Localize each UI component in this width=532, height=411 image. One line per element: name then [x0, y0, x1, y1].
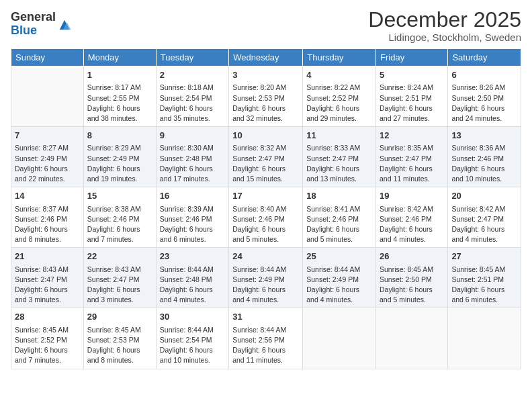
header: General Blue December 2025 Lidingoe, Sto…: [11, 8, 521, 43]
table-row: 20Sunrise: 8:42 AM Sunset: 2:47 PM Dayli…: [448, 187, 521, 248]
day-number: 12: [380, 130, 444, 142]
week-row-3: 14Sunrise: 8:37 AM Sunset: 2:46 PM Dayli…: [11, 187, 521, 248]
day-info: Sunrise: 8:32 AM Sunset: 2:47 PM Dayligh…: [232, 143, 299, 184]
day-info: Sunrise: 8:43 AM Sunset: 2:47 PM Dayligh…: [87, 265, 152, 306]
day-number: 11: [306, 130, 372, 142]
table-row: 26Sunrise: 8:45 AM Sunset: 2:50 PM Dayli…: [376, 248, 448, 308]
table-row: 15Sunrise: 8:38 AM Sunset: 2:46 PM Dayli…: [83, 187, 156, 248]
table-row: [11, 66, 84, 127]
day-info: Sunrise: 8:30 AM Sunset: 2:48 PM Dayligh…: [160, 143, 225, 184]
header-sunday: Sunday: [11, 49, 84, 66]
table-row: 14Sunrise: 8:37 AM Sunset: 2:46 PM Dayli…: [11, 187, 84, 248]
day-number: 19: [380, 190, 444, 202]
day-number: 16: [160, 190, 225, 202]
table-row: 19Sunrise: 8:42 AM Sunset: 2:46 PM Dayli…: [376, 187, 448, 248]
day-info: Sunrise: 8:45 AM Sunset: 2:52 PM Dayligh…: [15, 325, 80, 366]
day-number: 14: [15, 190, 80, 202]
table-row: 10Sunrise: 8:32 AM Sunset: 2:47 PM Dayli…: [229, 127, 303, 187]
week-row-2: 7Sunrise: 8:27 AM Sunset: 2:49 PM Daylig…: [11, 127, 521, 187]
day-info: Sunrise: 8:20 AM Sunset: 2:53 PM Dayligh…: [232, 83, 299, 124]
table-row: 28Sunrise: 8:45 AM Sunset: 2:52 PM Dayli…: [11, 308, 84, 369]
title-block: December 2025 Lidingoe, Stockholm, Swede…: [368, 8, 521, 43]
day-info: Sunrise: 8:44 AM Sunset: 2:49 PM Dayligh…: [232, 265, 299, 306]
month-title: December 2025: [368, 8, 521, 32]
day-info: Sunrise: 8:29 AM Sunset: 2:49 PM Dayligh…: [87, 143, 152, 184]
location: Lidingoe, Stockholm, Sweden: [368, 32, 521, 43]
day-number: 23: [160, 250, 225, 263]
header-friday: Friday: [376, 49, 448, 66]
week-row-4: 21Sunrise: 8:43 AM Sunset: 2:47 PM Dayli…: [11, 248, 521, 308]
table-row: 22Sunrise: 8:43 AM Sunset: 2:47 PM Dayli…: [83, 248, 156, 308]
day-info: Sunrise: 8:45 AM Sunset: 2:53 PM Dayligh…: [87, 325, 152, 366]
day-number: 5: [380, 69, 444, 81]
day-info: Sunrise: 8:40 AM Sunset: 2:46 PM Dayligh…: [232, 204, 299, 245]
day-info: Sunrise: 8:42 AM Sunset: 2:47 PM Dayligh…: [451, 204, 517, 245]
day-number: 17: [232, 190, 299, 202]
day-number: 31: [232, 311, 299, 323]
day-number: 24: [232, 250, 299, 263]
calendar-table: Sunday Monday Tuesday Wednesday Thursday…: [11, 48, 521, 369]
day-number: 8: [87, 130, 152, 142]
day-info: Sunrise: 8:18 AM Sunset: 2:54 PM Dayligh…: [160, 83, 225, 124]
day-info: Sunrise: 8:37 AM Sunset: 2:46 PM Dayligh…: [15, 204, 80, 245]
table-row: 16Sunrise: 8:39 AM Sunset: 2:46 PM Dayli…: [156, 187, 228, 248]
table-row: 27Sunrise: 8:45 AM Sunset: 2:51 PM Dayli…: [448, 248, 521, 308]
logo-text: General Blue: [11, 11, 56, 38]
day-number: 20: [451, 190, 517, 202]
logo-blue: Blue: [11, 24, 56, 38]
week-row-5: 28Sunrise: 8:45 AM Sunset: 2:52 PM Dayli…: [11, 308, 521, 369]
day-number: 30: [160, 311, 225, 323]
day-info: Sunrise: 8:35 AM Sunset: 2:47 PM Dayligh…: [380, 143, 444, 184]
day-info: Sunrise: 8:22 AM Sunset: 2:52 PM Dayligh…: [306, 83, 372, 124]
logo-general: General: [11, 11, 56, 24]
day-info: Sunrise: 8:39 AM Sunset: 2:46 PM Dayligh…: [160, 204, 225, 245]
day-number: 3: [232, 69, 299, 81]
day-info: Sunrise: 8:17 AM Sunset: 2:55 PM Dayligh…: [87, 83, 152, 124]
day-number: 26: [380, 250, 444, 263]
table-row: 1Sunrise: 8:17 AM Sunset: 2:55 PM Daylig…: [83, 66, 156, 127]
table-row: 12Sunrise: 8:35 AM Sunset: 2:47 PM Dayli…: [376, 127, 448, 187]
day-info: Sunrise: 8:33 AM Sunset: 2:47 PM Dayligh…: [306, 143, 372, 184]
day-info: Sunrise: 8:42 AM Sunset: 2:46 PM Dayligh…: [380, 204, 444, 245]
day-number: 9: [160, 130, 225, 142]
day-info: Sunrise: 8:44 AM Sunset: 2:49 PM Dayligh…: [306, 265, 372, 306]
day-number: 21: [15, 250, 80, 263]
day-info: Sunrise: 8:44 AM Sunset: 2:54 PM Dayligh…: [160, 325, 225, 366]
header-saturday: Saturday: [448, 49, 521, 66]
day-info: Sunrise: 8:36 AM Sunset: 2:46 PM Dayligh…: [451, 143, 517, 184]
week-row-1: 1Sunrise: 8:17 AM Sunset: 2:55 PM Daylig…: [11, 66, 521, 127]
table-row: [448, 308, 521, 369]
day-number: 27: [451, 250, 517, 263]
day-number: 29: [87, 311, 152, 323]
table-row: 3Sunrise: 8:20 AM Sunset: 2:53 PM Daylig…: [229, 66, 303, 127]
day-info: Sunrise: 8:45 AM Sunset: 2:51 PM Dayligh…: [451, 265, 517, 306]
table-row: 9Sunrise: 8:30 AM Sunset: 2:48 PM Daylig…: [156, 127, 228, 187]
day-number: 7: [15, 130, 80, 142]
table-row: [376, 308, 448, 369]
header-monday: Monday: [83, 49, 156, 66]
header-tuesday: Tuesday: [156, 49, 228, 66]
day-info: Sunrise: 8:44 AM Sunset: 2:48 PM Dayligh…: [160, 265, 225, 306]
day-info: Sunrise: 8:26 AM Sunset: 2:50 PM Dayligh…: [451, 83, 517, 124]
day-number: 1: [87, 69, 152, 81]
table-row: 17Sunrise: 8:40 AM Sunset: 2:46 PM Dayli…: [229, 187, 303, 248]
table-row: 31Sunrise: 8:44 AM Sunset: 2:56 PM Dayli…: [229, 308, 303, 369]
day-info: Sunrise: 8:43 AM Sunset: 2:47 PM Dayligh…: [15, 265, 80, 306]
weekday-header-row: Sunday Monday Tuesday Wednesday Thursday…: [11, 49, 521, 66]
day-info: Sunrise: 8:45 AM Sunset: 2:50 PM Dayligh…: [380, 265, 444, 306]
day-number: 25: [306, 250, 372, 263]
table-row: 2Sunrise: 8:18 AM Sunset: 2:54 PM Daylig…: [156, 66, 228, 127]
day-info: Sunrise: 8:44 AM Sunset: 2:56 PM Dayligh…: [232, 325, 299, 366]
day-number: 10: [232, 130, 299, 142]
header-thursday: Thursday: [303, 49, 376, 66]
table-row: 23Sunrise: 8:44 AM Sunset: 2:48 PM Dayli…: [156, 248, 228, 308]
logo: General Blue: [11, 11, 72, 38]
table-row: 25Sunrise: 8:44 AM Sunset: 2:49 PM Dayli…: [303, 248, 376, 308]
table-row: 6Sunrise: 8:26 AM Sunset: 2:50 PM Daylig…: [448, 66, 521, 127]
table-row: 11Sunrise: 8:33 AM Sunset: 2:47 PM Dayli…: [303, 127, 376, 187]
table-row: 24Sunrise: 8:44 AM Sunset: 2:49 PM Dayli…: [229, 248, 303, 308]
table-row: 29Sunrise: 8:45 AM Sunset: 2:53 PM Dayli…: [83, 308, 156, 369]
day-number: 4: [306, 69, 372, 81]
day-number: 2: [160, 69, 225, 81]
logo-icon: [57, 17, 72, 32]
